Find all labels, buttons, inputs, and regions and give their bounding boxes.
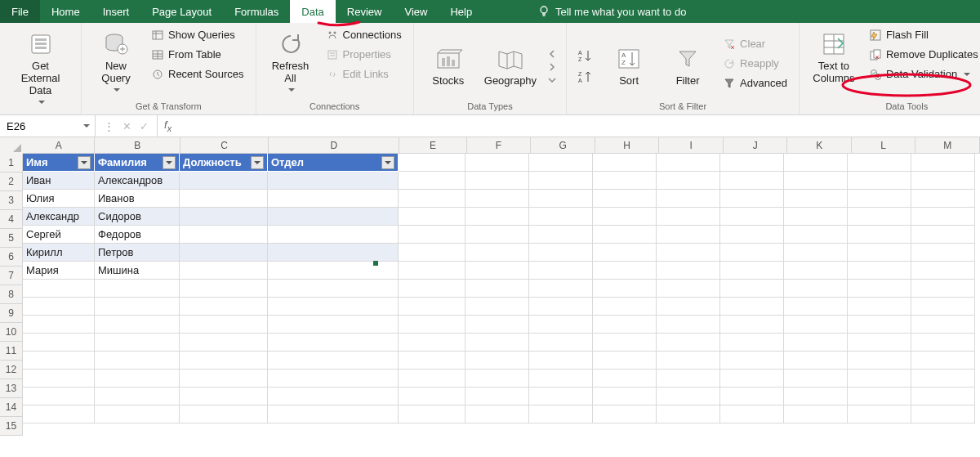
cell[interactable] bbox=[593, 405, 657, 423]
cell[interactable] bbox=[466, 298, 529, 316]
cell[interactable]: Александр bbox=[23, 208, 95, 226]
cell[interactable] bbox=[784, 280, 848, 298]
col-head-K[interactable]: K bbox=[787, 137, 852, 154]
advanced-filter-button[interactable]: Advanced bbox=[720, 74, 791, 92]
cell[interactable] bbox=[466, 190, 529, 208]
row-head-8[interactable]: 8 bbox=[0, 285, 23, 304]
from-table-button[interactable]: From Table bbox=[149, 46, 247, 64]
cell[interactable] bbox=[784, 226, 848, 244]
cell[interactable] bbox=[784, 298, 848, 316]
tab-home[interactable]: Home bbox=[40, 0, 91, 23]
column-headers[interactable]: ABCDEFGHIJKLM bbox=[23, 137, 980, 154]
col-head-B[interactable]: B bbox=[95, 137, 180, 154]
cell[interactable] bbox=[593, 334, 657, 352]
cell[interactable] bbox=[848, 405, 911, 423]
row-head-9[interactable]: 9 bbox=[0, 304, 23, 323]
data-types-nav[interactable] bbox=[546, 42, 558, 86]
cell[interactable] bbox=[784, 405, 848, 423]
cell[interactable] bbox=[466, 405, 529, 423]
cell[interactable] bbox=[399, 388, 466, 405]
cell[interactable] bbox=[784, 352, 848, 370]
cell[interactable] bbox=[848, 352, 911, 370]
cell[interactable] bbox=[911, 262, 975, 280]
cell[interactable] bbox=[784, 154, 848, 172]
cell[interactable] bbox=[720, 388, 784, 405]
show-queries-button[interactable]: Show Queries bbox=[149, 26, 247, 44]
cell[interactable] bbox=[268, 208, 399, 226]
row-head-14[interactable]: 14 bbox=[0, 398, 23, 417]
cell[interactable] bbox=[268, 244, 399, 262]
cell[interactable] bbox=[399, 190, 466, 208]
formula-input[interactable] bbox=[178, 119, 973, 133]
cell[interactable] bbox=[23, 388, 95, 405]
cell[interactable] bbox=[720, 405, 784, 423]
cell[interactable] bbox=[784, 244, 848, 262]
cell[interactable]: Кирилл bbox=[23, 244, 95, 262]
cell[interactable] bbox=[911, 405, 975, 423]
cell[interactable] bbox=[180, 405, 268, 423]
cell[interactable] bbox=[399, 226, 466, 244]
row-head-1[interactable]: 1 bbox=[0, 154, 23, 172]
geography-button[interactable]: Geography bbox=[481, 41, 540, 87]
cell[interactable] bbox=[657, 208, 720, 226]
cell[interactable] bbox=[529, 262, 593, 280]
cell[interactable] bbox=[268, 370, 399, 388]
name-box[interactable] bbox=[0, 115, 96, 137]
cell[interactable] bbox=[466, 208, 529, 226]
fx-icon[interactable]: fx bbox=[164, 119, 172, 133]
cell[interactable] bbox=[848, 280, 911, 298]
cell[interactable] bbox=[657, 244, 720, 262]
cell[interactable] bbox=[399, 208, 466, 226]
row-head-3[interactable]: 3 bbox=[0, 191, 23, 210]
cell[interactable] bbox=[23, 370, 95, 388]
cell[interactable] bbox=[657, 262, 720, 280]
cell[interactable] bbox=[180, 298, 268, 316]
cell[interactable] bbox=[466, 154, 529, 172]
cell[interactable] bbox=[848, 334, 911, 352]
cell[interactable] bbox=[268, 298, 399, 316]
row-head-6[interactable]: 6 bbox=[0, 248, 23, 267]
filter-dropdown-icon[interactable] bbox=[163, 156, 176, 169]
cell[interactable] bbox=[848, 244, 911, 262]
cell[interactable] bbox=[268, 405, 399, 423]
filter-dropdown-icon[interactable] bbox=[251, 156, 264, 169]
reapply-filter-button[interactable]: Reapply bbox=[720, 55, 791, 73]
col-head-D[interactable]: D bbox=[269, 137, 399, 154]
cell[interactable]: Фамилия bbox=[95, 154, 180, 172]
cell[interactable] bbox=[268, 190, 399, 208]
cell[interactable] bbox=[657, 154, 720, 172]
cell[interactable] bbox=[720, 280, 784, 298]
sort-az-button[interactable]: AZ bbox=[575, 47, 596, 64]
cell[interactable] bbox=[399, 405, 466, 423]
cell[interactable] bbox=[399, 316, 466, 334]
cell[interactable] bbox=[911, 208, 975, 226]
new-query-button[interactable]: New Query bbox=[90, 26, 142, 93]
cell[interactable] bbox=[593, 208, 657, 226]
cell[interactable] bbox=[593, 388, 657, 405]
cell[interactable] bbox=[720, 172, 784, 190]
cell[interactable] bbox=[180, 316, 268, 334]
cell[interactable] bbox=[399, 154, 466, 172]
col-head-F[interactable]: F bbox=[467, 137, 532, 154]
tab-help[interactable]: Help bbox=[439, 0, 483, 23]
cell[interactable] bbox=[911, 388, 975, 405]
tab-file[interactable]: File bbox=[0, 0, 40, 23]
cell[interactable]: Должность bbox=[180, 154, 268, 172]
cell[interactable] bbox=[23, 352, 95, 370]
cell[interactable] bbox=[784, 190, 848, 208]
cell[interactable] bbox=[911, 244, 975, 262]
cell[interactable] bbox=[657, 352, 720, 370]
tab-insert[interactable]: Insert bbox=[91, 0, 141, 23]
cell[interactable] bbox=[911, 316, 975, 334]
cell[interactable] bbox=[848, 154, 911, 172]
cell[interactable] bbox=[95, 280, 180, 298]
cell[interactable] bbox=[848, 262, 911, 280]
row-head-4[interactable]: 4 bbox=[0, 210, 23, 229]
cell[interactable] bbox=[911, 370, 975, 388]
cell[interactable] bbox=[466, 388, 529, 405]
cell[interactable] bbox=[180, 388, 268, 405]
row-head-15[interactable]: 15 bbox=[0, 417, 23, 436]
name-box-input[interactable] bbox=[5, 119, 57, 133]
cell[interactable] bbox=[593, 280, 657, 298]
cell[interactable] bbox=[720, 334, 784, 352]
